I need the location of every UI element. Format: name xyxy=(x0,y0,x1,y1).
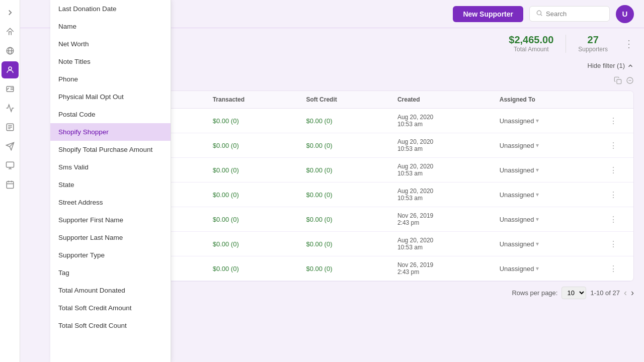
sidebar-expand[interactable] xyxy=(2,4,19,21)
created-date: Aug 20, 202010:53 am xyxy=(397,163,488,177)
transacted-value: $0.00 (0) xyxy=(213,166,239,174)
dropdown-item[interactable]: Note Titles xyxy=(50,53,171,70)
sidebar xyxy=(0,0,20,362)
dropdown-item[interactable]: Tag xyxy=(50,264,171,282)
sidebar-globe[interactable] xyxy=(2,42,19,59)
row-menu-icon[interactable]: ⋮ xyxy=(609,141,617,150)
sidebar-home[interactable] xyxy=(2,23,19,40)
assigned-to-cell: Unassigned ▾ xyxy=(494,256,603,281)
sidebar-tasks[interactable] xyxy=(2,80,19,98)
transacted-cell: $0.00 (0) xyxy=(207,183,300,207)
created-cell: Aug 20, 202010:53 am xyxy=(391,133,494,158)
dropdown-panel: Last Donation DateNameNet WorthNote Titl… xyxy=(50,0,171,362)
row-actions-cell: ⋮ xyxy=(603,232,633,256)
sidebar-calendar[interactable] xyxy=(2,176,19,193)
dropdown-item[interactable]: Shopify Total Purchase Amount xyxy=(50,141,171,158)
svg-rect-16 xyxy=(7,182,14,189)
row-menu-icon[interactable]: ⋮ xyxy=(609,191,617,199)
dropdown-item[interactable]: Net Worth xyxy=(50,35,171,53)
dropdown-item[interactable]: Total Amount Donated xyxy=(50,282,171,299)
row-menu-icon[interactable]: ⋮ xyxy=(609,240,617,248)
total-amount-stat: $2,465.00 Total Amount xyxy=(509,34,553,53)
assigned-to-dropdown-arrow[interactable]: ▾ xyxy=(536,142,539,149)
sidebar-send[interactable] xyxy=(2,138,19,155)
row-menu-icon[interactable]: ⋮ xyxy=(609,166,617,174)
svg-rect-22 xyxy=(617,79,621,84)
assigned-to-value: Unassigned xyxy=(500,265,534,273)
supporters-count: 27 xyxy=(578,34,608,46)
dropdown-item[interactable]: Supporter First Name xyxy=(50,211,171,229)
transacted-value: $0.00 (0) xyxy=(213,142,239,149)
transacted-value: $0.00 (0) xyxy=(213,240,239,248)
row-actions-cell: ⋮ xyxy=(603,207,633,232)
dropdown-item[interactable]: Last Donation Date xyxy=(50,0,171,18)
assigned-to-dropdown-arrow[interactable]: ▾ xyxy=(536,216,539,223)
dropdown-item[interactable]: Supporter Type xyxy=(50,246,171,264)
soft-credit-value: $0.00 (0) xyxy=(306,117,332,125)
rows-per-page-select[interactable]: 10 25 50 xyxy=(561,287,586,299)
rows-per-page-label: Rows per page: xyxy=(512,289,557,297)
soft-credit-value: $0.00 (0) xyxy=(306,142,332,149)
dropdown-item[interactable]: Shopify Shopper xyxy=(50,123,171,141)
assigned-to-cell: Unassigned ▾ xyxy=(494,232,603,256)
more-options-icon[interactable]: ⋮ xyxy=(624,38,634,50)
col-created: Created xyxy=(391,91,494,109)
assigned-to-cell: Unassigned ▾ xyxy=(494,109,603,133)
created-cell: Aug 20, 202010:53 am xyxy=(391,109,494,133)
row-actions-cell: ⋮ xyxy=(603,109,633,133)
svg-rect-13 xyxy=(6,162,14,167)
remove-filter-icon[interactable] xyxy=(626,76,634,86)
dropdown-item[interactable]: Postal Code xyxy=(50,106,171,123)
row-menu-icon[interactable]: ⋮ xyxy=(609,117,617,125)
assigned-to-dropdown-arrow[interactable]: ▾ xyxy=(536,240,539,247)
dropdown-item[interactable]: Name xyxy=(50,18,171,35)
transacted-cell: $0.00 (0) xyxy=(207,207,300,232)
created-date: Aug 20, 202010:53 am xyxy=(397,237,488,251)
created-date: Aug 20, 202010:53 am xyxy=(397,114,488,128)
soft-credit-cell: $0.00 (0) xyxy=(300,109,391,133)
copy-filter-icon[interactable] xyxy=(614,76,622,86)
dropdown-item[interactable]: Total Soft Credit Count xyxy=(50,317,171,334)
soft-credit-value: $0.00 (0) xyxy=(306,191,332,199)
row-menu-icon[interactable]: ⋮ xyxy=(609,215,617,224)
dropdown-item[interactable]: Street Address xyxy=(50,194,171,211)
soft-credit-cell: $0.00 (0) xyxy=(300,232,391,256)
sidebar-chart[interactable] xyxy=(2,100,19,117)
created-cell: Nov 26, 20192:43 pm xyxy=(391,256,494,281)
search-input[interactable] xyxy=(546,10,603,18)
soft-credit-cell: $0.00 (0) xyxy=(300,183,391,207)
sidebar-people[interactable] xyxy=(2,61,19,78)
hide-filter-label: Hide filter (1) xyxy=(588,62,625,69)
supporters-stat: 27 Supporters xyxy=(578,34,608,53)
sidebar-notes[interactable] xyxy=(2,119,19,136)
dropdown-item[interactable]: State xyxy=(50,176,171,194)
soft-credit-cell: $0.00 (0) xyxy=(300,207,391,232)
row-actions-cell: ⋮ xyxy=(603,133,633,158)
transacted-cell: $0.00 (0) xyxy=(207,256,300,281)
search-icon xyxy=(536,10,543,18)
transacted-cell: $0.00 (0) xyxy=(207,109,300,133)
svg-line-21 xyxy=(541,15,542,16)
new-supporter-button[interactable]: New Supporter xyxy=(453,6,523,22)
transacted-value: $0.00 (0) xyxy=(213,191,239,199)
sidebar-monitor[interactable] xyxy=(2,157,19,174)
dropdown-item[interactable]: Phone xyxy=(50,70,171,88)
assigned-to-cell: Unassigned ▾ xyxy=(494,183,603,207)
dropdown-item[interactable]: Sms Valid xyxy=(50,158,171,176)
hide-filter-button[interactable]: Hide filter (1) xyxy=(588,62,634,69)
assigned-to-dropdown-arrow[interactable]: ▾ xyxy=(536,166,539,173)
assigned-to-dropdown-arrow[interactable]: ▾ xyxy=(536,117,539,124)
col-actions xyxy=(603,91,633,109)
dropdown-item[interactable]: Supporter Last Name xyxy=(50,229,171,246)
search-box[interactable] xyxy=(529,6,610,22)
pagination-next[interactable]: › xyxy=(631,288,634,298)
row-menu-icon[interactable]: ⋮ xyxy=(609,264,617,273)
dropdown-item[interactable]: Total Soft Credit Amount xyxy=(50,299,171,317)
pagination-prev[interactable]: ‹ xyxy=(624,288,627,298)
svg-point-20 xyxy=(537,11,541,15)
assigned-to-dropdown-arrow[interactable]: ▾ xyxy=(536,265,539,272)
assigned-to-dropdown-arrow[interactable]: ▾ xyxy=(536,191,539,198)
dropdown-item[interactable]: Physical Mail Opt Out xyxy=(50,88,171,106)
assigned-to-value: Unassigned xyxy=(500,216,534,223)
total-amount-value: $2,465.00 xyxy=(509,34,553,46)
